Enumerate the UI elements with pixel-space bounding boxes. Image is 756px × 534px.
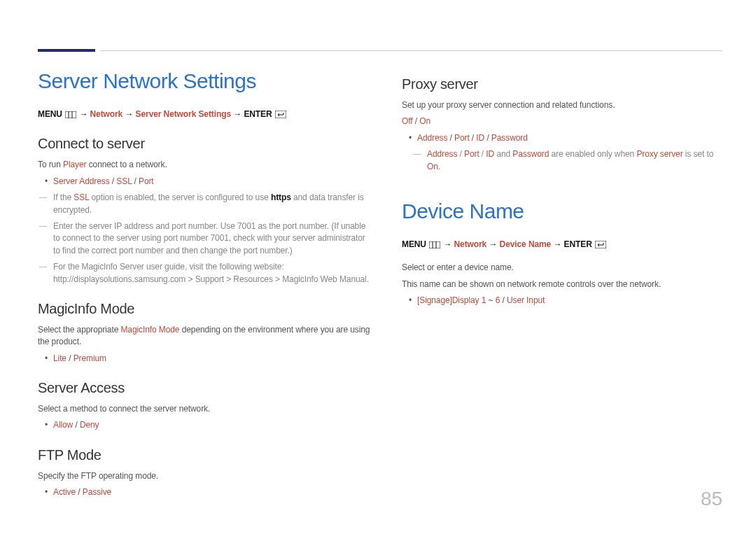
opt-server-address: Server Address bbox=[53, 176, 110, 186]
enter-icon bbox=[275, 111, 286, 118]
sep: / bbox=[73, 420, 80, 430]
proxy-bullet-fields: Address / Port / ID / Password bbox=[402, 132, 722, 144]
txt: option is enabled, the server is configu… bbox=[89, 192, 271, 202]
magic-bullet-options: Lite / Premium bbox=[38, 353, 374, 365]
arrow: → bbox=[233, 109, 241, 119]
heading-connect-to-server: Connect to server bbox=[38, 136, 374, 152]
opt-ssl: SSL bbox=[116, 176, 132, 186]
txt: and bbox=[494, 149, 512, 159]
heading-server-access: Server Access bbox=[38, 380, 374, 396]
heading-ftp-mode: FTP Mode bbox=[38, 447, 374, 463]
access-para: Select a method to connect the server ne… bbox=[38, 403, 374, 415]
opt-user-input: User Input bbox=[507, 295, 545, 305]
sep: / bbox=[484, 133, 491, 143]
opt-id: ID bbox=[476, 133, 484, 143]
sep: / bbox=[110, 176, 117, 186]
magic-para: Select the appropriate MagicInfo Mode de… bbox=[38, 324, 374, 349]
menu-icon bbox=[429, 241, 440, 248]
note-id: ID bbox=[486, 149, 494, 159]
heading-magicinfo-mode: MagicInfo Mode bbox=[38, 301, 374, 317]
txt: Select the appropriate bbox=[38, 325, 120, 335]
device-bullet-options: [Signage]Display 1 ~ 6 / User Input bbox=[402, 295, 722, 307]
sep: / bbox=[470, 133, 477, 143]
right-column: Proxy server Set up your proxy server co… bbox=[402, 69, 722, 503]
arrow: → bbox=[553, 239, 561, 249]
content-columns: Server Network Settings MENU → Network →… bbox=[38, 69, 722, 503]
opt-on: On bbox=[419, 116, 430, 126]
sep: / bbox=[500, 295, 507, 305]
path-device-name: Device Name bbox=[500, 239, 552, 249]
note-on: On bbox=[427, 162, 438, 171]
sep: / bbox=[479, 149, 486, 159]
opt-port: Port bbox=[454, 133, 470, 143]
arrow: → bbox=[125, 109, 133, 119]
ftp-para: Specify the FTP operating mode. bbox=[38, 470, 374, 482]
note-password: Password bbox=[512, 149, 549, 159]
txt: connect to a network. bbox=[86, 160, 167, 169]
sep: / bbox=[132, 176, 139, 186]
sep: / bbox=[457, 149, 464, 159]
opt-port: Port bbox=[139, 176, 154, 186]
connect-bullet-options: Server Address / SSL / Port bbox=[38, 176, 374, 188]
path-network: Network bbox=[454, 239, 487, 249]
opt-password: Password bbox=[491, 133, 528, 143]
page-number: 85 bbox=[701, 488, 722, 510]
menu-label: MENU bbox=[38, 109, 62, 119]
heading-server-network-settings: Server Network Settings bbox=[38, 69, 374, 93]
connect-note-guide: For the MagicInfo Server user guide, vis… bbox=[38, 261, 374, 286]
enter-label: ENTER bbox=[244, 109, 272, 119]
accent-bar bbox=[38, 49, 95, 52]
note-port: Port bbox=[464, 149, 479, 159]
sep: / bbox=[447, 133, 454, 143]
note-proxy-server: Proxy server bbox=[636, 149, 682, 159]
menu-label: MENU bbox=[402, 239, 426, 249]
opt-address: Address bbox=[417, 133, 447, 143]
txt: To run bbox=[38, 160, 63, 169]
arrow: → bbox=[489, 239, 497, 249]
heading-proxy-server: Proxy server bbox=[402, 76, 722, 92]
path-sns: Server Network Settings bbox=[136, 109, 231, 119]
opt-active: Active bbox=[53, 487, 76, 497]
header-rule bbox=[100, 50, 722, 51]
opt-lite: Lite bbox=[53, 353, 66, 363]
device-p1: Select or enter a device name. bbox=[402, 262, 722, 274]
sep: / bbox=[66, 353, 74, 363]
proxy-off-on: Off / On bbox=[402, 115, 722, 127]
device-p2: This name can be shown on network remote… bbox=[402, 279, 722, 290]
txt: . bbox=[438, 162, 440, 171]
ftp-bullet-options: Active / Passive bbox=[38, 486, 374, 498]
opt-passive: Passive bbox=[83, 487, 111, 497]
connect-note-ssl: If the SSL option is enabled, the server… bbox=[38, 192, 374, 216]
menu-icon bbox=[65, 111, 76, 118]
connect-para: To run Player connect to a network. bbox=[38, 159, 374, 171]
opt-allow: Allow bbox=[53, 420, 73, 430]
proxy-note: Address / Port / ID and Password are ena… bbox=[402, 148, 722, 173]
proxy-para: Set up your proxy server connection and … bbox=[402, 99, 722, 111]
https-term: https bbox=[271, 192, 291, 202]
opt-deny: Deny bbox=[80, 420, 99, 430]
svg-rect-4 bbox=[429, 241, 440, 248]
note-address: Address bbox=[427, 149, 457, 159]
arrow: → bbox=[443, 239, 451, 249]
connect-note-port: Enter the server IP address and port num… bbox=[38, 220, 374, 257]
player-term: Player bbox=[63, 160, 86, 169]
sep: / bbox=[76, 487, 83, 497]
enter-label: ENTER bbox=[564, 239, 592, 249]
sep: / bbox=[413, 116, 420, 126]
txt: If the bbox=[53, 192, 74, 202]
menu-path-sns: MENU → Network → Server Network Settings… bbox=[38, 108, 374, 120]
heading-device-name: Device Name bbox=[402, 199, 722, 223]
tilde: ~ bbox=[486, 295, 495, 305]
arrow: → bbox=[79, 109, 88, 119]
txt: is set to bbox=[683, 149, 714, 159]
menu-path-device-name: MENU → Network → Device Name → ENTER bbox=[402, 239, 722, 251]
svg-rect-0 bbox=[65, 111, 76, 118]
enter-icon bbox=[595, 241, 606, 248]
access-bullet-options: Allow / Deny bbox=[38, 419, 374, 431]
txt: are enabled only when bbox=[549, 149, 636, 159]
left-column: Server Network Settings MENU → Network →… bbox=[38, 69, 374, 503]
opt-signage-display: [Signage]Display 1 bbox=[417, 295, 486, 305]
opt-off: Off bbox=[402, 116, 413, 126]
opt-premium: Premium bbox=[74, 353, 106, 363]
magicinfo-mode-term: MagicInfo Mode bbox=[120, 325, 179, 335]
